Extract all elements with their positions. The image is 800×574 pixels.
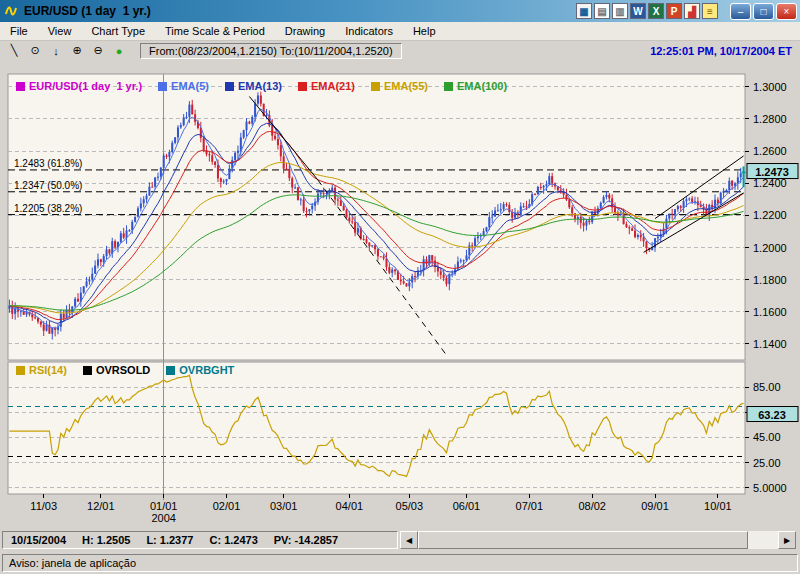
legend-item: EUR/USD(1 day 1 yr.) — [16, 80, 142, 92]
legend-label: OVRSOLD — [96, 364, 150, 376]
chart-icon[interactable]: ▟ — [684, 3, 700, 19]
status-pv: PV: -14.2857 — [274, 534, 338, 546]
titlebar-icon-tray: ▦▤▥WXP▟≡ — [576, 3, 718, 19]
price-tick-label: 1.3000 — [753, 81, 787, 93]
status-close: C: 1.2473 — [209, 534, 257, 546]
scrollbar-thumb[interactable] — [418, 531, 748, 549]
price-tick-label: 1.2800 — [753, 113, 787, 125]
price-tick-label: 1.2200 — [753, 209, 787, 221]
date-tick-label: 10/01 — [704, 500, 732, 512]
legend-item: OVRSOLD — [83, 364, 150, 376]
report-icon[interactable]: ▥ — [612, 3, 628, 19]
zoom-in-icon[interactable]: ⊕ — [68, 43, 86, 59]
legend-swatch — [16, 366, 25, 375]
date-tick-label: 05/03 — [396, 500, 424, 512]
rsi-tick-label: 45.00 — [753, 431, 781, 443]
drawing-tools: ╲⊙↓⊕⊖● — [5, 43, 128, 59]
menu-item-drawing[interactable]: Drawing — [275, 23, 335, 39]
menu-item-indicators[interactable]: Indicators — [335, 23, 403, 39]
menu-item-time-scale-period[interactable]: Time Scale & Period — [155, 23, 275, 39]
legend-item: RSI(14) — [16, 364, 67, 376]
legend-label: EMA(55) — [384, 80, 428, 92]
legend-item: EMA(5) — [158, 80, 209, 92]
date-tick-label: 02/01 — [213, 500, 241, 512]
date-tick-label: 08/02 — [578, 500, 606, 512]
price-tick-label: 1.1400 — [753, 338, 787, 350]
date-tick-label: 07/01 — [516, 500, 544, 512]
window-title: EUR/USD (1 day 1 yr.) — [24, 4, 151, 18]
legend-label: EMA(5) — [171, 80, 209, 92]
rsi-tick-label: 25.00 — [753, 457, 781, 469]
date-tick-label: 11/03 — [30, 500, 57, 512]
date-tick-label: 06/01 — [453, 500, 481, 512]
hint-text: Aviso: janela de aplicação — [9, 557, 136, 569]
rsi-tick-label: 5.0000 — [753, 482, 787, 494]
legend-item: EMA(21) — [298, 80, 355, 92]
status-bar: 10/15/2004 H: 1.2505 L: 1.2377 C: 1.2473… — [0, 528, 800, 552]
hint-bar: Aviso: janela de aplicação — [0, 552, 800, 574]
menu-item-view[interactable]: View — [38, 23, 82, 39]
svg-text:1.2473: 1.2473 — [755, 166, 789, 178]
menu-item-file[interactable]: File — [0, 23, 38, 39]
main-plot-area[interactable] — [8, 74, 745, 360]
menu-bar: FileViewChart TypeTime Scale & PeriodDra… — [0, 22, 800, 41]
arrow-down-icon[interactable]: ↓ — [47, 43, 65, 59]
legend-label: OVRBGHT — [179, 364, 234, 376]
scroll-right-button[interactable]: ▶ — [778, 531, 796, 549]
legend-swatch — [444, 82, 453, 91]
legend-label: EMA(100) — [457, 80, 507, 92]
legend-label: RSI(14) — [29, 364, 67, 376]
date-tick-label: 12/01 — [87, 500, 115, 512]
excel-icon[interactable]: X — [648, 3, 664, 19]
year-label: 2004 — [151, 512, 175, 524]
legend-label: EUR/USD(1 day 1 yr.) — [29, 80, 142, 92]
price-tick-label: 1.2600 — [753, 145, 787, 157]
rsi-plot-area[interactable] — [8, 362, 745, 494]
pointer-mode-icon[interactable]: ⊙ — [26, 43, 44, 59]
legend-swatch — [166, 366, 175, 375]
chart-area: 1.2483 (61.8%)1.2347 (50.0%)1.2205 (38.2… — [0, 60, 800, 528]
menu-item-chart-type[interactable]: Chart Type — [81, 23, 155, 39]
window-buttons: – □ × — [730, 3, 797, 20]
date-tick-label: 04/01 — [336, 500, 364, 512]
legend-item: EMA(55) — [371, 80, 428, 92]
zoom-out-icon[interactable]: ⊖ — [89, 43, 107, 59]
legend-swatch — [158, 82, 167, 91]
status-low: L: 1.2377 — [146, 534, 193, 546]
title-bar[interactable]: EUR/USD (1 day 1 yr.) ▦▤▥WXP▟≡ – □ × — [0, 0, 800, 22]
price-tick-label: 1.2400 — [753, 177, 787, 189]
legend-swatch — [298, 82, 307, 91]
rsi-tick-label: 85.00 — [753, 381, 781, 393]
legend-item: EMA(100) — [444, 80, 507, 92]
notes-icon[interactable]: ≡ — [702, 3, 718, 19]
app-icon — [3, 3, 19, 19]
main-chart-legend: EUR/USD(1 day 1 yr.)EMA(5)EMA(13)EMA(21)… — [16, 80, 507, 92]
price-chart[interactable]: 1.2483 (61.8%)1.2347 (50.0%)1.2205 (38.2… — [0, 60, 800, 528]
draw-line-icon[interactable]: ╲ — [5, 43, 23, 59]
fib-level-label: 1.2347 (50.0%) — [14, 180, 82, 191]
range-readout: From:(08/23/2004,1.2150) To:(10/11/2004,… — [140, 43, 402, 59]
scrollbar-track[interactable] — [748, 531, 778, 549]
date-tick-label: 03/01 — [270, 500, 298, 512]
green-dot-icon[interactable]: ● — [110, 43, 128, 59]
menu-item-help[interactable]: Help — [403, 23, 446, 39]
status-date: 10/15/2004 — [11, 534, 66, 546]
legend-label: EMA(21) — [311, 80, 355, 92]
toolbar: ╲⊙↓⊕⊖● From:(08/23/2004,1.2150) To:(10/1… — [0, 41, 800, 60]
maximize-button[interactable]: □ — [753, 3, 774, 20]
horizontal-scrollbar[interactable]: ◀ ▶ — [400, 531, 796, 549]
fib-level-label: 1.2205 (38.2%) — [14, 203, 82, 214]
powerpoint-icon[interactable]: P — [666, 3, 682, 19]
close-button[interactable]: × — [776, 3, 797, 20]
date-tick-label: 01/01 — [150, 500, 178, 512]
scroll-left-button[interactable]: ◀ — [400, 531, 418, 549]
minimize-button[interactable]: – — [730, 3, 751, 20]
legend-swatch — [371, 82, 380, 91]
document-icon[interactable]: ▤ — [594, 3, 610, 19]
fib-level-label: 1.2483 (61.8%) — [14, 158, 82, 169]
rsi-legend: RSI(14)OVRSOLDOVRBGHT — [16, 364, 234, 376]
legend-item: EMA(13) — [225, 80, 282, 92]
price-tick-label: 1.1800 — [753, 274, 787, 286]
spreadsheet-icon[interactable]: ▦ — [576, 3, 592, 19]
word-icon[interactable]: W — [630, 3, 646, 19]
